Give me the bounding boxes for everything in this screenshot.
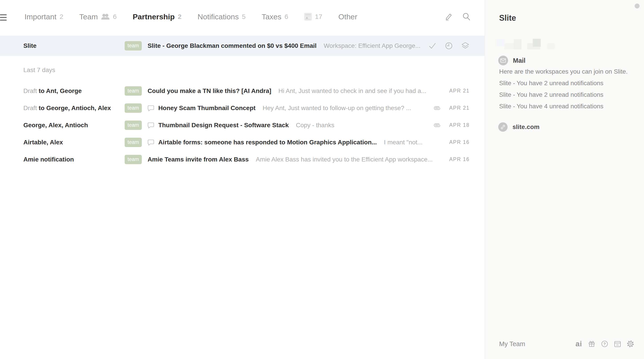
- thumbnail-placeholder: [533, 39, 541, 47]
- svg-text:31: 31: [616, 344, 619, 346]
- email-sender: Draftto Ant, George: [23, 87, 124, 94]
- thread-bubble-icon: [148, 105, 154, 111]
- email-list: Slite team Slite - George Blackman comme…: [0, 33, 485, 168]
- tab-count: 5: [242, 13, 246, 20]
- tab-label: Notifications: [198, 12, 239, 21]
- image-thumbnail-icon: [304, 13, 312, 20]
- email-sender: Airtable, Alex: [23, 139, 124, 146]
- move-to-stack-icon[interactable]: [461, 41, 470, 50]
- thread-bubble-icon: [148, 139, 154, 146]
- top-navigation: Important 2 Team 6 Partnership 2 Notific…: [0, 0, 485, 33]
- tab-other[interactable]: Other: [338, 12, 358, 21]
- email-preview: Copy - thanks: [296, 122, 426, 129]
- email-sender: Draftto George, Antioch, Alex: [23, 104, 124, 112]
- attachment-paperclip-icon: [434, 106, 441, 110]
- tab-label: Important: [24, 12, 56, 21]
- team-badge: team: [124, 86, 142, 96]
- link-icon: [498, 122, 508, 132]
- team-switcher[interactable]: My Team: [499, 340, 575, 348]
- tab-label: Team: [79, 12, 98, 21]
- mail-section-label: Mail: [513, 57, 526, 64]
- row-meta: APR 21: [449, 88, 470, 94]
- sidebar-bottom-bar: My Team ai: [485, 339, 644, 349]
- email-preview: Hey Ant, Just wanted to follow-up on get…: [262, 104, 426, 112]
- tab-taxes[interactable]: Taxes 6: [262, 12, 288, 21]
- tab-count: 6: [284, 13, 288, 20]
- notification-line[interactable]: Slite - You have 4 unread notifications: [499, 103, 604, 110]
- draft-label: Draft: [23, 87, 37, 94]
- thumbnail-placeholders: [494, 37, 565, 52]
- presence-dot: [635, 3, 640, 8]
- email-sender: Slite: [23, 42, 124, 49]
- email-row[interactable]: Draftto Ant, George team Could you make …: [0, 82, 485, 99]
- email-date: APR 21: [449, 105, 470, 111]
- tab-team[interactable]: Team 6: [79, 12, 116, 21]
- row-meta: APR 21: [434, 105, 470, 111]
- email-row[interactable]: Airtable, Alex team Airtable forms: some…: [0, 134, 485, 151]
- team-badge: team: [124, 155, 142, 164]
- email-subject: Slite - George Blackman commented on $0 …: [148, 42, 316, 49]
- header-actions: [444, 0, 471, 33]
- website-url: slite.com: [512, 123, 540, 131]
- inbox-tabs: Important 2 Team 6 Partnership 2 Notific…: [24, 0, 358, 33]
- thumbnail-placeholder: [496, 39, 504, 46]
- bottom-icons: ai ?: [575, 340, 634, 348]
- email-subject: Amie Teams invite from Alex Bass: [148, 156, 248, 163]
- email-preview: Workspace: Efficient App George...: [324, 42, 421, 49]
- tab-count: 2: [178, 13, 182, 20]
- mail-section-header: Mail: [498, 56, 526, 65]
- tab-label: Other: [338, 12, 358, 21]
- website-link[interactable]: slite.com: [498, 122, 540, 132]
- notification-line[interactable]: Slite - You have 2 unread notifications: [499, 80, 604, 87]
- sender-names: to George, Antioch, Alex: [39, 104, 111, 111]
- gift-icon[interactable]: [588, 340, 596, 348]
- tab-count: 6: [113, 13, 116, 20]
- tab-notifications[interactable]: Notifications 5: [198, 12, 246, 21]
- mark-done-icon[interactable]: [428, 41, 436, 50]
- email-preview: Hi Ant, Just wanted to check in and see …: [278, 87, 442, 94]
- row-meta: APR 16: [449, 156, 470, 162]
- sender-names: Slite: [23, 42, 36, 49]
- email-row[interactable]: Draftto George, Antioch, Alex team Honey…: [0, 99, 485, 117]
- thumbnail-placeholder: [514, 39, 522, 49]
- row-meta: APR 16: [449, 139, 470, 145]
- ai-logo-icon[interactable]: ai: [575, 340, 583, 348]
- email-preview: Amie Alex Bass has invited you to the Ef…: [256, 156, 442, 163]
- thumbnail-placeholder: [504, 43, 514, 49]
- compose-icon[interactable]: [444, 12, 453, 21]
- email-row[interactable]: George, Alex, Antioch team Thumbnail Des…: [0, 117, 485, 134]
- notification-line[interactable]: Slite - You have 2 unread notifications: [499, 91, 604, 98]
- sender-names: George, Alex, Antioch: [23, 122, 88, 129]
- email-row[interactable]: Amie notification team Amie Teams invite…: [0, 151, 485, 168]
- tab-count: 17: [315, 13, 322, 20]
- row-actions: [428, 41, 470, 50]
- team-badge: team: [124, 138, 142, 147]
- tab-image[interactable]: 17: [304, 13, 322, 20]
- email-date: APR 21: [449, 88, 470, 94]
- search-icon[interactable]: [462, 12, 471, 21]
- thread-bubble-icon: [148, 122, 154, 129]
- email-sender: Amie notification: [23, 156, 124, 163]
- mail-description: Here are the workspaces you can join on …: [499, 68, 628, 75]
- snooze-clock-icon[interactable]: [444, 41, 453, 50]
- email-subject: Airtable forms: someone has responded to…: [158, 139, 377, 146]
- tab-important[interactable]: Important 2: [24, 12, 63, 21]
- email-row-pinned[interactable]: Slite team Slite - George Blackman comme…: [0, 35, 485, 56]
- tab-partnership[interactable]: Partnership 2: [133, 12, 182, 21]
- menu-icon[interactable]: [0, 14, 7, 24]
- calendar-icon[interactable]: 31: [614, 340, 622, 348]
- settings-gear-icon[interactable]: [626, 340, 634, 348]
- email-subject: Honey Scam Thumbnail Concept: [158, 104, 256, 112]
- svg-text:?: ?: [604, 342, 606, 346]
- email-date: APR 16: [449, 139, 470, 145]
- email-date: APR 18: [449, 122, 470, 128]
- draft-label: Draft: [23, 104, 37, 111]
- email-subject: Could you make a TN like this? [AI Andra…: [148, 87, 271, 94]
- team-badge: team: [124, 41, 142, 50]
- tab-count: 2: [60, 13, 64, 20]
- contact-name: Slite: [499, 13, 516, 23]
- app-window: Important 2 Team 6 Partnership 2 Notific…: [0, 0, 644, 359]
- mail-envelope-icon: [498, 56, 508, 65]
- help-icon[interactable]: ?: [600, 340, 608, 348]
- row-meta: APR 18: [434, 122, 470, 128]
